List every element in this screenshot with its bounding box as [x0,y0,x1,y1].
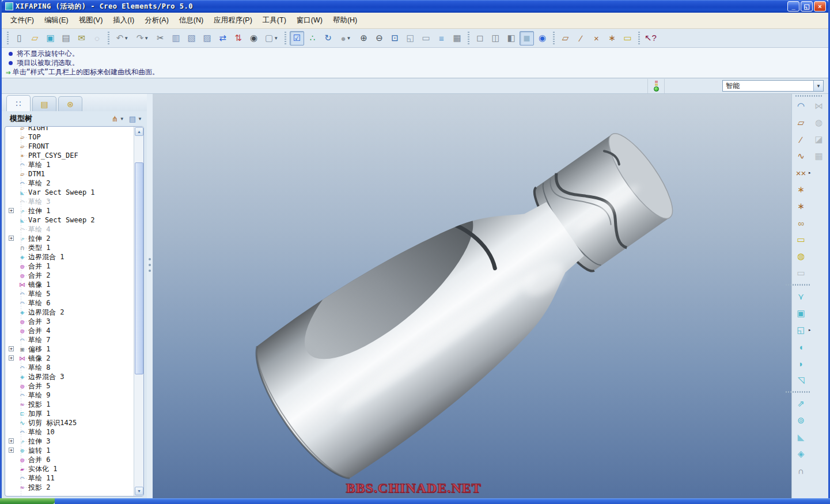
selection-filter-combobox[interactable]: 智能 ▼ [722,80,824,92]
edge-chamfer-tool-icon[interactable]: ◹ [794,373,809,388]
menu-tools[interactable]: 工具(T) [257,14,291,27]
no-hidden-icon[interactable]: ◧ [504,31,518,46]
tree-item[interactable]: +⊚旋转 1 [5,446,134,455]
tree-settings-dropdown[interactable]: ▤▼ [129,115,142,123]
note-tool-icon[interactable]: ▭ [794,232,809,247]
rib-tool-icon[interactable]: ⋎ [794,289,809,304]
scroll-down-icon[interactable]: ▼ [135,487,143,495]
spin-center-icon[interactable]: ↻ [321,31,335,46]
tree-item[interactable]: ◍合并 3 [5,317,134,326]
send-mail-icon[interactable]: ✉ [74,31,89,46]
tree-item[interactable]: ▱TOP [5,132,134,142]
layers-icon[interactable]: ≡ [434,31,449,46]
tree-item[interactable]: ◠草绘 9 [5,391,134,400]
reference-link-icon[interactable]: ∞ [794,215,809,230]
tree-item[interactable]: ◍合并 5 [5,381,134,391]
menu-insert[interactable]: 插入(I) [108,14,139,27]
regenerate-icon[interactable]: ⇄ [215,31,230,46]
expand-icon[interactable]: + [9,355,14,361]
menu-analysis[interactable]: 分析(A) [139,14,174,27]
point-display-icon[interactable]: × [589,31,604,46]
tree-item[interactable]: ∗PRT_CSYS_DEF [5,151,134,160]
expand-icon[interactable]: + [9,438,14,444]
datum-axis-display-icon[interactable]: ∕ [574,31,588,46]
tree-item[interactable]: +▣偏移 1 [5,344,134,354]
csys-display-icon[interactable]: ∗ [605,31,619,46]
erase-display-icon[interactable]: ◌ [90,31,104,46]
balloon-note-tool-icon[interactable]: ◍ [794,249,809,264]
select-box-icon[interactable]: ▢▼ [262,31,281,46]
tree-item[interactable]: ◍合并 6 [5,455,134,464]
menu-window[interactable]: 窗口(W) [291,14,328,27]
datum-point-tool-icon[interactable]: ××▸ [794,165,809,180]
tree-item[interactable]: ◠草绘 8 [5,363,134,372]
csys-tool-icon[interactable]: ∗ [794,182,809,197]
draft-tool-icon[interactable]: ◱▸ [794,323,809,338]
print-icon[interactable]: ▤ [59,31,73,46]
menu-help[interactable]: 帮助(H) [328,14,362,27]
tree-item[interactable]: ≈投影 1 [5,400,134,409]
start-button-fragment[interactable] [0,498,55,504]
tree-item[interactable]: ◠草绘 7 [5,335,134,344]
boundary-blend-tool-icon[interactable]: ◈ [794,446,809,461]
view-manager-icon[interactable]: ▦ [450,31,464,46]
tree-item[interactable]: ◍合并 4 [5,326,134,335]
tree-item[interactable]: ∿切剪 标识1425 [5,418,134,427]
chevron-down-icon[interactable]: ▼ [813,81,823,91]
tree-item[interactable]: ∩类型 1 [5,243,134,252]
tree-item[interactable]: ◠草绘 6 [5,298,134,308]
chamfer-tool-icon[interactable]: ◗ [794,356,809,371]
select-items-icon[interactable]: ☑ [290,31,304,46]
datum-plane-display-icon[interactable]: ▱ [558,31,573,46]
tree-item[interactable]: ⋈镜像 1 [5,280,134,289]
tab-model-tree[interactable]: ∷ [6,95,31,111]
hidden-line-icon[interactable]: ◫ [488,31,503,46]
tree-item[interactable]: ▱DTM1 [5,169,134,179]
sweep-tool-icon[interactable]: ◣ [794,430,809,445]
tree-item[interactable]: ◣Var Sect Sweep 1 [5,188,134,197]
regenerate-manager-icon[interactable]: ⇅ [231,31,245,46]
zoom-fit-icon[interactable]: ⊡ [388,31,402,46]
curve-tool-icon[interactable]: ∿ [794,149,809,164]
minimize-button[interactable]: _ [787,1,799,12]
copy-icon[interactable]: ▥ [169,31,183,46]
round-tool-icon[interactable]: ◖ [794,339,809,354]
tree-item[interactable]: ◍合并 1 [5,262,134,271]
menu-view[interactable]: 视图(V) [74,14,108,27]
menu-edit[interactable]: 编辑(E) [39,14,74,27]
expand-icon[interactable]: + [9,448,14,453]
paste-icon[interactable]: ▧ [184,31,199,46]
annotation-display-icon[interactable]: ▭ [620,31,635,46]
tab-favorites[interactable]: ⊛ [58,96,82,111]
named-views-icon[interactable]: ▭ [419,31,433,46]
menu-file[interactable]: 文件(F) [5,14,39,27]
tree-item[interactable]: ◠草绘 11 [5,473,134,483]
sketch-tool-icon[interactable]: ◠ [794,98,809,113]
cut-icon[interactable]: ✂ [153,31,168,46]
new-file-icon[interactable]: ▯ [12,31,26,46]
extrude-tool-icon[interactable]: ⇗ [794,396,809,411]
tree-item[interactable]: +⇗拉伸 2 [5,234,134,243]
tree-item[interactable]: +⇗拉伸 1 [5,206,134,215]
tree-item[interactable]: ≈投影 2 [5,483,134,492]
style-tool-icon[interactable]: ∩ [794,463,809,478]
tree-item[interactable]: ◠草绘 3 [5,197,134,206]
tree-item[interactable]: ◈边界混合 2 [5,308,134,317]
model-player-icon[interactable]: ∴ [305,31,320,46]
tree-item[interactable]: ▱RIGHT [5,126,134,132]
tree-item[interactable]: +⋈镜像 2 [5,354,134,363]
tree-item[interactable]: ◠草绘 10 [5,427,134,437]
find-icon[interactable]: ◉ [247,31,261,46]
tree-item[interactable]: +⇗拉伸 3 [5,437,134,446]
tree-item[interactable]: ⊏加厚 1 [5,409,134,418]
revolve-tool-icon[interactable]: ⊚ [794,413,809,428]
scrollbar-thumb[interactable] [135,162,143,374]
paste-special-icon[interactable]: ▨ [200,31,214,46]
wireframe-icon[interactable]: ◻ [473,31,487,46]
undo-icon[interactable]: ↶▼ [113,31,132,46]
tree-item[interactable]: ◠草绘 5 [5,289,134,298]
zoom-out-icon[interactable]: ⊖ [372,31,386,46]
refit-icon[interactable]: ◱ [403,31,418,46]
tree-scrollbar[interactable]: ▲ ▼ [134,127,143,496]
menu-info[interactable]: 信息(N) [174,14,209,27]
